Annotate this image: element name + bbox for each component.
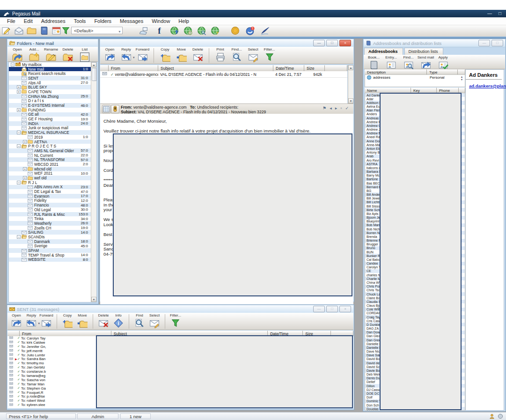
column-header-blank[interactable] [100,65,109,71]
print-button[interactable]: Print [212,47,228,62]
rename-button[interactable]: Rename [43,47,59,62]
flag-icon[interactable]: ⚑ [323,106,326,111]
folder-tree-item[interactable]: WEBSITE8:0 [9,258,96,262]
reply-button[interactable]: Reply▾ [118,47,134,62]
folder-tree-item[interactable]: Old Legal30:0 [9,207,96,212]
column-header-blank[interactable] [459,88,465,93]
folder-tree-item[interactable]: WEF 202110:0 [9,171,96,176]
status-connection-icon[interactable] [498,413,503,419]
folders-window-titlebar[interactable]: Folders - New mail [7,39,98,47]
message-row[interactable]: ✓ vente@valdisere-agence.comVAL D'ISERE … [100,71,347,78]
open-button[interactable]: Open [9,47,26,62]
column-header-description[interactable]: Description [365,69,427,74]
entry-button[interactable]: Entry... [382,55,400,70]
addressbook-row[interactable]: addresses Personal [365,75,465,80]
folder-tree-item[interactable]: −P R O J E C T S [9,144,96,148]
column-header-blank[interactable] [325,65,347,71]
books-scroll-arrows[interactable]: ▲▼ [459,75,464,81]
folder-tree-item[interactable]: 20191:0 [9,135,96,140]
filter-button[interactable]: Filter... [168,313,183,328]
find-button[interactable]: Find [132,313,147,328]
status-user-icon[interactable] [489,413,495,419]
column-header-type[interactable]: Type [427,69,458,74]
menu-file[interactable]: File [3,18,20,24]
column-header-key[interactable]: Key [411,88,437,93]
compose-icon[interactable] [1,26,11,36]
column-header-subject[interactable]: Subject [158,65,273,71]
prev-message-icon[interactable]: ◂ [330,106,332,111]
profile-selector[interactable]: <Default> ▼ [71,27,123,34]
restore-button[interactable]: □ [326,40,338,46]
font-icon[interactable]: f [154,26,164,36]
forward-button[interactable]: Forward [39,313,54,328]
copy-button[interactable]: Copy [157,47,173,62]
expand-icon[interactable]: + [17,85,21,89]
folder-tree-item[interactable]: Fidelity12:0 [9,199,96,203]
minimize-button[interactable]: — [313,306,325,312]
add-button[interactable]: Add... [26,47,43,62]
column-header-phone[interactable]: Phone [437,88,459,93]
folder-tree-item[interactable]: WBCSD 20212:0 [9,162,96,167]
column-header-date-time[interactable]: Date/Time [273,65,304,71]
folder-tree-item[interactable]: NL Current22:0 [9,153,96,158]
globe-home-icon[interactable]: 0 [183,26,193,36]
apply-button[interactable]: Apply [434,55,452,70]
folder-tree-item[interactable]: AMS NL General Older57:0 [9,148,96,153]
book-button[interactable]: Book... [365,55,382,70]
column-header-blank[interactable] [7,331,20,336]
checkbox-icon[interactable]: ▫ [340,106,342,111]
filter-icon[interactable] [61,26,71,36]
folder-tree-item[interactable]: Evanson17:0 [9,194,96,199]
column-header-from[interactable]: From [109,65,158,71]
collapse-icon[interactable]: − [17,181,21,184]
folder-tree-item[interactable]: Weatherly26:0 [9,221,96,226]
collapse-icon[interactable]: − [17,235,21,239]
menu-window[interactable]: Window [147,18,174,24]
chevron-down-icon[interactable]: ▾ [38,322,40,325]
find-button[interactable]: Find... [228,47,245,62]
folder-tree-item[interactable]: Tinka34:0 [9,216,96,221]
stamp-icon[interactable] [139,26,148,36]
select-button[interactable]: Select [245,47,261,62]
tab-addressbooks[interactable]: Addressbooks [364,48,403,55]
menu-messages[interactable]: Messages [116,18,147,24]
menu-help[interactable]: Help [174,18,193,24]
confirm-icon[interactable]: ✓ [345,106,349,111]
globe-up-icon[interactable] [169,26,179,36]
menu-tools[interactable]: Tools [70,18,90,24]
quill-icon[interactable] [260,26,270,36]
message-list-scrollbar[interactable]: ▲▼ [348,65,353,103]
forward-button[interactable]: Forward [134,47,151,62]
folder-tree-item[interactable]: Danmark18:0 [9,239,96,244]
folder-tree-item[interactable]: −MEDICAL INSURANCE [9,130,96,135]
attachment-icon[interactable] [111,105,119,113]
sent-window-titlebar[interactable]: SENT (31 messages) [7,305,353,313]
close-button[interactable]: × [339,306,351,312]
open-button[interactable]: Open [102,47,118,62]
send-mail-button[interactable]: Send mail [417,55,434,70]
collapse-icon[interactable]: − [11,63,15,66]
folder-tree-item[interactable]: −R J L [9,180,96,185]
tab-distribution-lists[interactable]: Distribution lists [404,48,443,55]
folder-tree-scrollbar[interactable]: ▲▼ [91,62,96,302]
folder-tree-item[interactable]: Financio48:0 [9,203,96,207]
noticeboard-icon[interactable] [51,26,61,36]
restore-button[interactable]: □ [491,40,503,46]
filter-button[interactable]: Filter... [261,47,278,62]
column-header-name[interactable]: Name [365,88,411,93]
menu-addresses[interactable]: Addresses [37,18,70,24]
menu-folders[interactable]: Folders [90,18,116,24]
minimize-button[interactable]: — [313,40,325,46]
folder-tree-item[interactable]: DE Legal & Tax47:0 [9,189,96,194]
delete-button[interactable]: Delete [96,313,111,328]
folder-tree-item[interactable]: −SCANDIs [9,235,96,239]
app-maximize-button[interactable]: □ [499,11,501,16]
folder-tree-item[interactable]: RJL Rants & Misc153:0 [9,212,96,217]
expand-icon[interactable]: + [17,108,21,112]
column-header-size[interactable]: Size [304,65,325,71]
column-header-blank[interactable] [458,69,465,74]
menu-edit[interactable]: Edit [20,18,37,24]
folder-tree-item[interactable]: ABN Amro Am X23:0 [9,185,96,190]
expand-icon[interactable]: + [23,140,27,144]
contact-email-link[interactable]: ad.dankers@planet.nl [466,80,504,88]
